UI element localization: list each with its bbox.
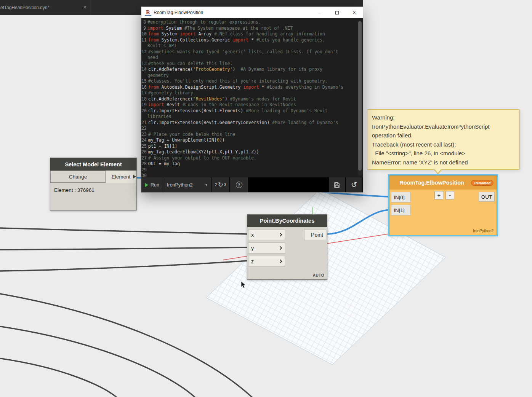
maximize-icon [335,11,339,14]
code-editor[interactable]: 8#encryption through to regular expressi… [141,18,363,178]
node-select-model-element[interactable]: Select Model Element Change Element Elem… [50,158,137,210]
run-button[interactable]: Run [141,177,163,192]
code-line: 25pt1 = IN[1] [141,143,363,150]
scrollbar-thumb[interactable] [358,21,362,171]
code-line: 29 [141,167,363,173]
revert-icon: ↺ [351,180,357,189]
add-input-button[interactable]: + [434,191,443,199]
minimize-icon: – [319,10,322,16]
port-label: OUT [481,194,492,200]
mouse-cursor-icon [241,281,245,288]
input-port-in0[interactable]: IN[0] [391,192,411,202]
wire-offscreen-2[interactable] [0,326,196,397]
wire-to-y-input[interactable] [0,247,248,250]
node-header[interactable]: RoomTag.ElbowPosition Renamed [389,176,497,190]
editor-toolbar: Run IronPython2 ▾ 2 ↻ 3 ? ↺ [141,177,363,192]
wire-offscreen-3[interactable] [0,358,118,397]
input-port-z[interactable]: z [248,256,285,267]
migrate-from-label: 2 [215,183,217,187]
revit-logo-icon: R [145,9,151,16]
revert-button[interactable]: ↺ [345,177,363,192]
code-line: libraries [141,114,363,120]
element-id-value: Element : 376961 [54,187,95,193]
node-point-by-coordinates[interactable]: Point.ByCoordinates x y z Point AUTO [247,214,327,280]
save-button[interactable] [328,177,345,192]
tab-title: etTagHeadPosition.dyn* [0,5,49,10]
node-title: Select Model Element [65,161,122,167]
tab-close-icon[interactable]: × [83,4,87,10]
toolbar-spacer [248,177,328,192]
warning-bubble: Warning:IronPythonEvaluator.EvaluateIron… [367,109,520,170]
warning-bubble-tail [434,169,441,173]
code-line: 18clr.AddReference("RevitNodes") #Dynamo… [141,96,363,102]
code-line: 19import Revit #Loads in the Revit names… [141,102,363,108]
close-icon: × [353,10,356,16]
code-line: 21clr.ImportExtensions(Revit.GeometryCon… [141,120,363,126]
window-title-bar[interactable]: R RoomTag.ElbowPosition – × [141,7,363,18]
input-port-x[interactable]: x [248,229,285,240]
change-button[interactable]: Change [50,171,106,183]
node-header[interactable]: Point.ByCoordinates [247,215,327,227]
port-label: IN[1] [394,207,405,213]
engine-label: IronPython2 [473,229,494,233]
code-line: 27# Assign your output to the OUT variab… [141,155,363,161]
minimize-button[interactable]: – [311,7,328,18]
wire-to-z-input[interactable] [0,261,248,271]
close-button[interactable]: × [346,7,363,18]
code-line: 11from System.Collections.Generic import… [141,37,363,43]
wire-to-x-input[interactable] [0,228,248,234]
renamed-badge: Renamed [471,180,494,186]
node-port-row: Change Element [50,171,136,183]
migrate-arrow-icon: ↻ [218,181,223,189]
warning-text: Warning:IronPythonEvaluator.EvaluateIron… [372,113,515,167]
chevron-right-icon [279,233,282,237]
code-line: 16from Autodesk.DesignScript.Geometry im… [141,85,363,91]
migrate-2to3-button[interactable]: 2 ↻ 3 [212,177,230,192]
output-port-point[interactable]: Point [304,229,326,240]
code-line: 10from System import Array #.NET class f… [141,31,363,37]
engine-value: IronPython2 [167,182,192,188]
node-roomtag-elbowposition[interactable]: RoomTag.ElbowPosition Renamed IN[0] IN[1… [389,175,497,235]
code-line: 15#classes. You'll only need this if you… [141,78,363,85]
code-line: 28OUT = my_Tag [141,161,363,167]
element-output-port[interactable]: Element [106,171,136,183]
chevron-right-icon [279,260,282,263]
node-title: Point.ByCoordinates [260,218,314,224]
code-line: 23# Place your code below this line [141,132,363,138]
wire-point-to-in1[interactable] [327,210,391,234]
code-line: 13#these you can delete this line. [141,61,363,67]
window-title: RoomTag.ElbowPosition [154,10,203,15]
help-button[interactable]: ? [230,177,248,192]
code-scrollbar[interactable] [358,21,362,176]
python-editor-window[interactable]: R RoomTag.ElbowPosition – × 8#encryption… [141,6,363,193]
code-line: 24my_Tag = UnwrapElement(IN[0]) [141,137,363,143]
output-port-label: Element [112,174,131,180]
play-icon [145,183,148,187]
workspace-tab[interactable]: etTagHeadPosition.dyn* × [0,0,90,15]
engine-dropdown[interactable]: IronPython2 ▾ [163,177,212,192]
code-line: Revit's API [141,43,363,49]
node-body: Element : 376961 [50,183,136,193]
port-label: y [251,245,254,251]
input-port-y[interactable]: y [248,242,285,254]
maximize-button[interactable] [328,7,346,18]
output-port-arrow-icon[interactable] [133,175,136,179]
wire-offscreen-1[interactable] [0,293,253,397]
input-port-in1[interactable]: IN[1] [391,205,411,215]
lacing-label: AUTO [313,273,324,277]
port-label: IN[0] [394,195,405,200]
run-label: Run [151,182,159,188]
node-title: RoomTag.ElbowPosition [393,180,471,186]
code-line: geometry [141,73,363,79]
remove-input-button[interactable]: - [445,191,454,199]
code-line: 22 [141,126,363,132]
code-line: 17#geometry library [141,90,363,96]
code-line: 26my_Tag.LeaderElbow(XYZ(pt1.X,pt1.Y,pt1… [141,149,363,155]
node-header[interactable]: Select Model Element [50,158,136,171]
port-label: z [251,258,254,265]
code-line: 20clr.ImportExtensions(Revit.Elements) #… [141,108,363,114]
code-line: 14clr.AddReference('ProtoGeometry') #A D… [141,67,363,73]
output-port-out[interactable]: OUT [479,192,495,202]
migrate-to-label: 3 [224,183,226,187]
chevron-down-icon: ▾ [205,183,207,187]
